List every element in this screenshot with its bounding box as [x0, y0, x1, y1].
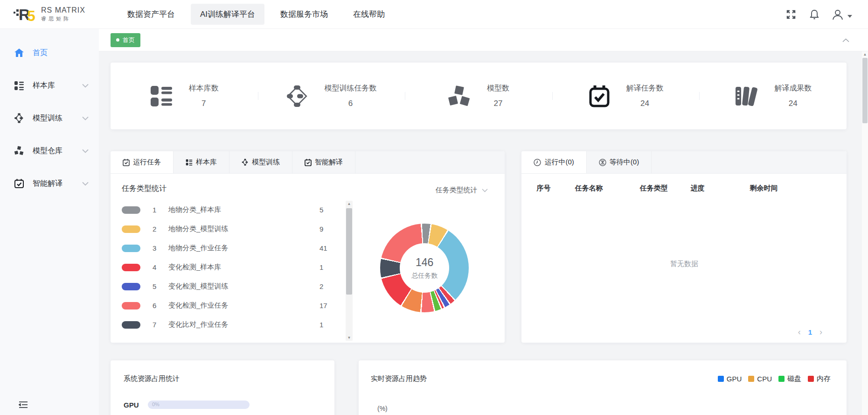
tab-label: 运行任务 — [133, 158, 161, 167]
page-scrollbar[interactable]: ▲ — [862, 51, 868, 415]
donut-total-value: 146 — [411, 256, 437, 268]
item-value: 17 — [319, 302, 341, 309]
fullscreen-icon[interactable] — [785, 8, 797, 21]
item-value: 1 — [319, 321, 341, 329]
list-scrollbar[interactable]: ▲ ▼ — [346, 201, 353, 341]
resource-card-title: 系统资源占用统计 — [124, 374, 321, 383]
empty-state-text: 暂无数据 — [521, 260, 847, 268]
panel-collapse-chevron-up-icon[interactable] — [842, 36, 849, 44]
sidebar-item-label: 智能解译 — [33, 179, 62, 189]
user-menu-caret-icon — [847, 15, 852, 18]
model-training-icon — [242, 159, 249, 166]
nav-data-asset-platform[interactable]: 数据资产平台 — [118, 4, 184, 25]
legend-label: CPU — [757, 375, 772, 383]
user-menu[interactable] — [832, 8, 852, 21]
scroll-up-arrow-icon[interactable]: ▲ — [346, 202, 353, 206]
scroll-up-arrow-icon[interactable]: ▲ — [862, 52, 868, 56]
model-repository-icon — [14, 146, 24, 156]
task-statistics-card: 运行任务 样本库 — [111, 151, 505, 343]
breadcrumb-tag-label: 首页 — [123, 36, 135, 44]
tab-running[interactable]: 运行中(0) — [521, 151, 586, 173]
logo-icon: R 5 — [13, 5, 37, 24]
legend-label: 磁盘 — [787, 374, 801, 383]
list-item: 6 变化检测_作业任务 17 — [122, 296, 341, 315]
item-value: 5 — [319, 206, 341, 214]
list-item: 4 变化检测_样本库 1 — [122, 258, 341, 277]
stat-interpretation-task-count: 解译任务数 24 — [552, 84, 700, 108]
sample-library-icon — [186, 159, 193, 166]
top-nav: 数据资产平台 AI训练解译平台 数据服务市场 在线帮助 — [118, 4, 394, 25]
scrollbar-thumb[interactable] — [346, 208, 352, 295]
sidebar-item-sample-library[interactable]: 样本库 — [0, 69, 99, 102]
list-item: 1 地物分类_样本库 5 — [122, 200, 341, 219]
gpu-usage-bar: 0% — [148, 401, 250, 409]
item-name: 变化检测_作业任务 — [168, 301, 319, 310]
color-swatch — [122, 302, 140, 309]
sidebar-item-intelligent-interpretation[interactable]: 智能解译 — [0, 167, 99, 200]
tab-sample-library[interactable]: 样本库 — [174, 151, 229, 173]
sidebar-item-model-training[interactable]: 模型训练 — [0, 102, 99, 134]
stat-value: 24 — [626, 99, 664, 108]
color-swatch — [122, 264, 140, 271]
pagination: ‹ 1 › — [798, 328, 822, 336]
calendar-check-icon — [123, 159, 130, 166]
pagination-page-1[interactable]: 1 — [808, 328, 812, 336]
tab-label: 智能解译 — [315, 158, 343, 167]
legend-cpu[interactable]: CPU — [748, 375, 772, 383]
legend-label: GPU — [727, 375, 742, 383]
notifications-bell-icon[interactable] — [808, 8, 820, 21]
tab-label: 模型训练 — [252, 158, 280, 167]
col-task-name: 任务名称 — [575, 184, 639, 193]
col-remaining-time: 剩余时间 — [750, 184, 833, 193]
item-index: 1 — [153, 206, 168, 214]
sidebar-item-label: 首页 — [33, 48, 48, 58]
tag-dot-icon — [116, 38, 119, 42]
legend-gpu[interactable]: GPU — [718, 375, 742, 383]
gpu-usage-row: GPU 0% — [124, 401, 321, 409]
col-index: 序号 — [536, 184, 575, 193]
running-card-tabs: 运行中(0) 等待中(0) — [521, 151, 847, 174]
scroll-down-arrow-icon[interactable]: ▼ — [346, 336, 353, 340]
chart-type-dropdown[interactable]: 任务类型统计 — [435, 186, 488, 195]
stat-sample-library-count: 样本库数 7 — [111, 84, 258, 108]
sidebar-item-model-repository[interactable]: 模型仓库 — [0, 134, 99, 167]
legend-disk[interactable]: 磁盘 — [778, 374, 801, 383]
item-index: 3 — [153, 244, 168, 252]
tab-model-training[interactable]: 模型训练 — [229, 151, 292, 173]
trend-y-axis-label: (%) — [377, 405, 388, 412]
item-name: 变化比对_作业任务 — [168, 320, 319, 329]
legend-memory[interactable]: 内存 — [808, 374, 831, 383]
tab-waiting[interactable]: 等待中(0) — [587, 151, 652, 173]
pagination-next-icon[interactable]: › — [819, 328, 822, 336]
color-swatch — [122, 283, 140, 290]
chevron-down-icon — [82, 149, 89, 153]
sidebar-collapse-icon[interactable] — [19, 401, 28, 410]
breadcrumb: 首页 — [99, 29, 868, 51]
sidebar-item-home[interactable]: 首页 — [0, 36, 99, 69]
interpretation-result-stat-icon — [734, 85, 758, 107]
running-tasks-card: 运行中(0) 等待中(0) 序号 任务名称 任务类型 进度 — [521, 151, 847, 343]
legend-swatch — [748, 376, 754, 382]
nav-online-help[interactable]: 在线帮助 — [344, 4, 394, 25]
realtime-trend-card: 实时资源占用趋势 GPU CPU 磁盘 — [359, 360, 847, 415]
model-cubes-stat-icon — [448, 85, 471, 107]
breadcrumb-tag-home[interactable]: 首页 — [111, 33, 140, 47]
calendar-check-icon — [305, 159, 312, 166]
top-header: R 5 RS MATRIX 睿思矩阵 数据资产平台 AI训练解译平台 数据服务市… — [0, 0, 868, 29]
clock-icon — [534, 159, 541, 166]
legend-swatch — [808, 376, 814, 382]
dropdown-label: 任务类型统计 — [435, 186, 477, 195]
item-name: 地物分类_样本库 — [168, 205, 319, 214]
stats-summary-card: 样本库数 7 模型训练任务数 6 — [111, 63, 847, 129]
pagination-prev-icon[interactable]: ‹ — [798, 328, 801, 336]
color-swatch — [122, 225, 140, 233]
page-scrollbar-thumb[interactable] — [862, 58, 868, 123]
nav-ai-training-platform[interactable]: AI训练解译平台 — [191, 4, 264, 25]
logo-title: RS MATRIX — [41, 6, 85, 14]
tab-intelligent-interpretation[interactable]: 智能解译 — [292, 151, 355, 173]
system-resource-card: 系统资源占用统计 GPU 0% — [111, 360, 334, 415]
item-index: 6 — [153, 302, 168, 309]
nav-data-service-market[interactable]: 数据服务市场 — [271, 4, 337, 25]
tab-running-tasks[interactable]: 运行任务 — [111, 151, 174, 173]
stat-label: 样本库数 — [189, 84, 219, 93]
